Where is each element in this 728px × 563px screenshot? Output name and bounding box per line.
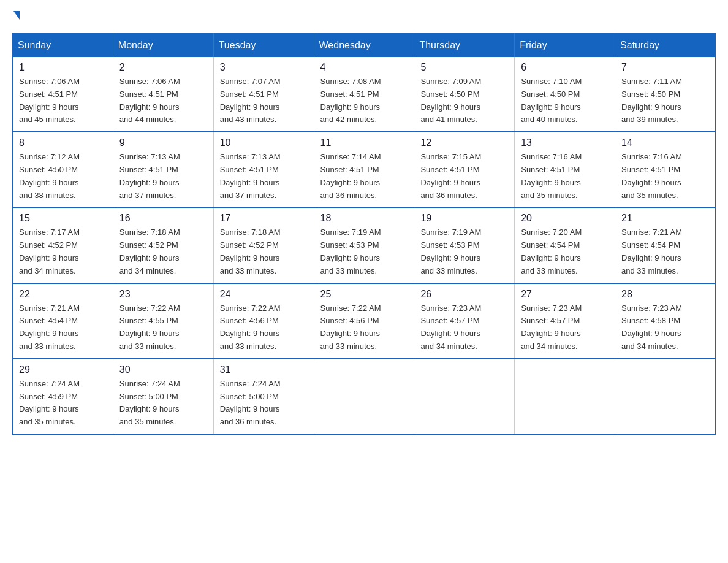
calendar-cell bbox=[414, 359, 515, 434]
calendar-cell: 1 Sunrise: 7:06 AMSunset: 4:51 PMDayligh… bbox=[13, 57, 113, 132]
day-info: Sunrise: 7:24 AMSunset: 4:59 PMDaylight:… bbox=[19, 378, 107, 429]
day-number: 11 bbox=[320, 137, 408, 148]
calendar-cell: 13 Sunrise: 7:16 AMSunset: 4:51 PMDaylig… bbox=[515, 132, 615, 207]
day-info: Sunrise: 7:18 AMSunset: 4:52 PMDaylight:… bbox=[119, 226, 207, 277]
calendar-cell: 10 Sunrise: 7:13 AMSunset: 4:51 PMDaylig… bbox=[213, 132, 314, 207]
calendar-cell: 18 Sunrise: 7:19 AMSunset: 4:53 PMDaylig… bbox=[314, 207, 414, 283]
calendar-day-header: Sunday bbox=[13, 34, 113, 58]
calendar-cell: 11 Sunrise: 7:14 AMSunset: 4:51 PMDaylig… bbox=[314, 132, 414, 207]
calendar-cell: 3 Sunrise: 7:07 AMSunset: 4:51 PMDayligh… bbox=[213, 57, 314, 132]
calendar-week-row: 22 Sunrise: 7:21 AMSunset: 4:54 PMDaylig… bbox=[13, 283, 716, 359]
calendar-cell: 19 Sunrise: 7:19 AMSunset: 4:53 PMDaylig… bbox=[414, 207, 515, 283]
day-number: 8 bbox=[19, 137, 107, 148]
day-info: Sunrise: 7:22 AMSunset: 4:55 PMDaylight:… bbox=[119, 302, 207, 353]
calendar-day-header: Thursday bbox=[414, 34, 515, 58]
day-info: Sunrise: 7:20 AMSunset: 4:54 PMDaylight:… bbox=[521, 226, 609, 277]
calendar-cell: 6 Sunrise: 7:10 AMSunset: 4:50 PMDayligh… bbox=[515, 57, 615, 132]
calendar-cell: 24 Sunrise: 7:22 AMSunset: 4:56 PMDaylig… bbox=[213, 283, 314, 359]
day-number: 10 bbox=[220, 137, 308, 148]
day-info: Sunrise: 7:09 AMSunset: 4:50 PMDaylight:… bbox=[420, 75, 508, 126]
calendar-week-row: 8 Sunrise: 7:12 AMSunset: 4:50 PMDayligh… bbox=[13, 132, 716, 207]
day-number: 27 bbox=[521, 289, 609, 300]
day-info: Sunrise: 7:23 AMSunset: 4:58 PMDaylight:… bbox=[621, 302, 709, 353]
day-number: 6 bbox=[521, 62, 609, 73]
calendar-week-row: 29 Sunrise: 7:24 AMSunset: 4:59 PMDaylig… bbox=[13, 359, 716, 434]
calendar-week-row: 15 Sunrise: 7:17 AMSunset: 4:52 PMDaylig… bbox=[13, 207, 716, 283]
calendar-cell: 15 Sunrise: 7:17 AMSunset: 4:52 PMDaylig… bbox=[13, 207, 113, 283]
day-info: Sunrise: 7:10 AMSunset: 4:50 PMDaylight:… bbox=[521, 75, 609, 126]
calendar-day-header: Tuesday bbox=[213, 34, 314, 58]
calendar-cell: 26 Sunrise: 7:23 AMSunset: 4:57 PMDaylig… bbox=[414, 283, 515, 359]
day-number: 28 bbox=[621, 289, 709, 300]
day-number: 2 bbox=[119, 62, 207, 73]
calendar-day-header: Wednesday bbox=[314, 34, 414, 58]
day-info: Sunrise: 7:12 AMSunset: 4:50 PMDaylight:… bbox=[19, 151, 107, 202]
calendar-cell: 2 Sunrise: 7:06 AMSunset: 4:51 PMDayligh… bbox=[113, 57, 213, 132]
page-header bbox=[12, 12, 716, 21]
calendar-table: SundayMondayTuesdayWednesdayThursdayFrid… bbox=[12, 33, 716, 435]
calendar-cell: 4 Sunrise: 7:08 AMSunset: 4:51 PMDayligh… bbox=[314, 57, 414, 132]
calendar-cell: 16 Sunrise: 7:18 AMSunset: 4:52 PMDaylig… bbox=[113, 207, 213, 283]
day-info: Sunrise: 7:22 AMSunset: 4:56 PMDaylight:… bbox=[320, 302, 408, 353]
calendar-cell: 20 Sunrise: 7:20 AMSunset: 4:54 PMDaylig… bbox=[515, 207, 615, 283]
day-info: Sunrise: 7:19 AMSunset: 4:53 PMDaylight:… bbox=[320, 226, 408, 277]
calendar-cell: 12 Sunrise: 7:15 AMSunset: 4:51 PMDaylig… bbox=[414, 132, 515, 207]
calendar-day-header: Monday bbox=[113, 34, 213, 58]
day-info: Sunrise: 7:24 AMSunset: 5:00 PMDaylight:… bbox=[119, 378, 207, 429]
day-number: 4 bbox=[320, 62, 408, 73]
day-number: 31 bbox=[220, 364, 308, 375]
day-info: Sunrise: 7:21 AMSunset: 4:54 PMDaylight:… bbox=[621, 226, 709, 277]
day-number: 13 bbox=[521, 137, 609, 148]
calendar-cell: 8 Sunrise: 7:12 AMSunset: 4:50 PMDayligh… bbox=[13, 132, 113, 207]
day-number: 29 bbox=[19, 364, 107, 375]
calendar-cell: 28 Sunrise: 7:23 AMSunset: 4:58 PMDaylig… bbox=[615, 283, 716, 359]
day-info: Sunrise: 7:08 AMSunset: 4:51 PMDaylight:… bbox=[320, 75, 408, 126]
day-info: Sunrise: 7:06 AMSunset: 4:51 PMDaylight:… bbox=[119, 75, 207, 126]
day-number: 5 bbox=[420, 62, 508, 73]
calendar-cell: 22 Sunrise: 7:21 AMSunset: 4:54 PMDaylig… bbox=[13, 283, 113, 359]
calendar-day-header: Friday bbox=[515, 34, 615, 58]
day-number: 21 bbox=[621, 213, 709, 224]
day-info: Sunrise: 7:23 AMSunset: 4:57 PMDaylight:… bbox=[521, 302, 609, 353]
calendar-cell: 17 Sunrise: 7:18 AMSunset: 4:52 PMDaylig… bbox=[213, 207, 314, 283]
calendar-cell: 25 Sunrise: 7:22 AMSunset: 4:56 PMDaylig… bbox=[314, 283, 414, 359]
day-number: 12 bbox=[420, 137, 508, 148]
day-number: 18 bbox=[320, 213, 408, 224]
day-info: Sunrise: 7:13 AMSunset: 4:51 PMDaylight:… bbox=[220, 151, 308, 202]
day-info: Sunrise: 7:06 AMSunset: 4:51 PMDaylight:… bbox=[19, 75, 107, 126]
day-info: Sunrise: 7:21 AMSunset: 4:54 PMDaylight:… bbox=[19, 302, 107, 353]
day-number: 9 bbox=[119, 137, 207, 148]
day-number: 24 bbox=[220, 289, 308, 300]
calendar-cell bbox=[615, 359, 716, 434]
calendar-cell: 31 Sunrise: 7:24 AMSunset: 5:00 PMDaylig… bbox=[213, 359, 314, 434]
calendar-cell: 7 Sunrise: 7:11 AMSunset: 4:50 PMDayligh… bbox=[615, 57, 716, 132]
day-number: 3 bbox=[220, 62, 308, 73]
calendar-cell: 27 Sunrise: 7:23 AMSunset: 4:57 PMDaylig… bbox=[515, 283, 615, 359]
calendar-cell: 23 Sunrise: 7:22 AMSunset: 4:55 PMDaylig… bbox=[113, 283, 213, 359]
calendar-day-header: Saturday bbox=[615, 34, 716, 58]
calendar-header-row: SundayMondayTuesdayWednesdayThursdayFrid… bbox=[13, 34, 716, 58]
calendar-cell bbox=[515, 359, 615, 434]
day-number: 23 bbox=[119, 289, 207, 300]
day-info: Sunrise: 7:22 AMSunset: 4:56 PMDaylight:… bbox=[220, 302, 308, 353]
calendar-cell: 29 Sunrise: 7:24 AMSunset: 4:59 PMDaylig… bbox=[13, 359, 113, 434]
calendar-cell: 9 Sunrise: 7:13 AMSunset: 4:51 PMDayligh… bbox=[113, 132, 213, 207]
day-number: 19 bbox=[420, 213, 508, 224]
day-info: Sunrise: 7:24 AMSunset: 5:00 PMDaylight:… bbox=[220, 378, 308, 429]
calendar-cell: 21 Sunrise: 7:21 AMSunset: 4:54 PMDaylig… bbox=[615, 207, 716, 283]
day-number: 7 bbox=[621, 62, 709, 73]
day-info: Sunrise: 7:16 AMSunset: 4:51 PMDaylight:… bbox=[621, 151, 709, 202]
day-number: 20 bbox=[521, 213, 609, 224]
calendar-week-row: 1 Sunrise: 7:06 AMSunset: 4:51 PMDayligh… bbox=[13, 57, 716, 132]
day-info: Sunrise: 7:19 AMSunset: 4:53 PMDaylight:… bbox=[420, 226, 508, 277]
day-info: Sunrise: 7:14 AMSunset: 4:51 PMDaylight:… bbox=[320, 151, 408, 202]
day-info: Sunrise: 7:07 AMSunset: 4:51 PMDaylight:… bbox=[220, 75, 308, 126]
day-number: 15 bbox=[19, 213, 107, 224]
day-info: Sunrise: 7:17 AMSunset: 4:52 PMDaylight:… bbox=[19, 226, 107, 277]
day-number: 16 bbox=[119, 213, 207, 224]
day-number: 25 bbox=[320, 289, 408, 300]
calendar-cell bbox=[314, 359, 414, 434]
day-info: Sunrise: 7:18 AMSunset: 4:52 PMDaylight:… bbox=[220, 226, 308, 277]
calendar-cell: 5 Sunrise: 7:09 AMSunset: 4:50 PMDayligh… bbox=[414, 57, 515, 132]
day-info: Sunrise: 7:16 AMSunset: 4:51 PMDaylight:… bbox=[521, 151, 609, 202]
